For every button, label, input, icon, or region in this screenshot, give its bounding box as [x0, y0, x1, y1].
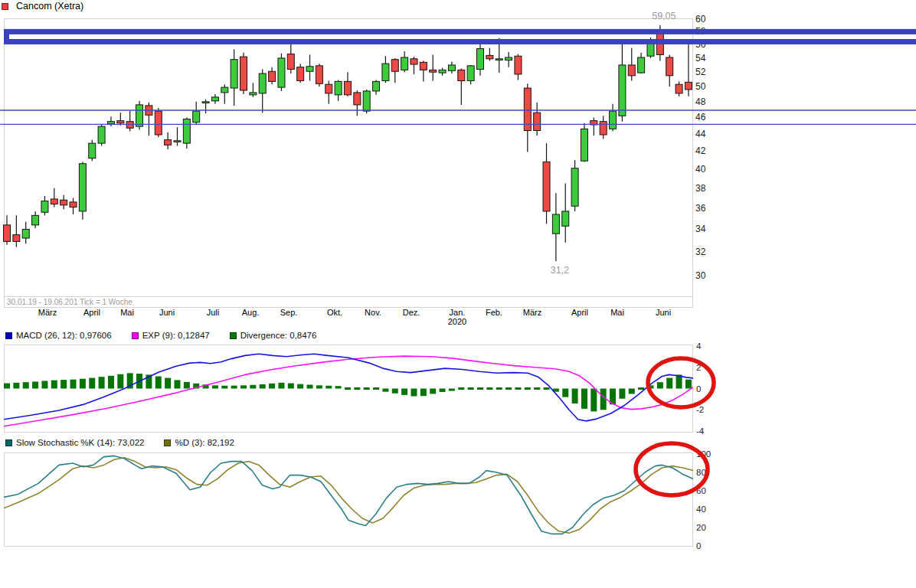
divergence-bar [392, 389, 398, 394]
page-title: Cancom (Xetra) [16, 1, 83, 11]
candle[interactable] [89, 140, 96, 162]
divergence-bar [297, 384, 303, 389]
divergence-bar [316, 385, 322, 388]
price-y-tick-label: 42 [695, 145, 706, 156]
candle-body-up [22, 229, 29, 238]
candle-body-up [448, 65, 455, 70]
candle-body-down [165, 140, 172, 145]
candle-body-up [202, 102, 209, 103]
instrument-marker-icon [2, 3, 8, 10]
divergence-bar [307, 384, 313, 388]
candle-body-down [628, 65, 635, 76]
stochastic-y-tick-label: 40 [696, 505, 706, 514]
candle[interactable] [136, 101, 143, 130]
candle[interactable] [316, 64, 322, 87]
candle[interactable] [155, 108, 162, 137]
divergence-bar [685, 380, 692, 389]
year-label: 2020 [448, 317, 466, 326]
price-y-tick-label: 44 [695, 129, 706, 139]
candle-body-up [581, 129, 587, 161]
candle-body-down [155, 111, 162, 135]
month-label: April [83, 308, 100, 317]
price-x-axis: MärzAprilMaiJuniJuliAug.Sep.Okt.Nov.Dez.… [38, 308, 671, 326]
candle-body-up [32, 215, 39, 224]
macd-y-tick-label: -4 [696, 426, 705, 436]
month-label: Juni [159, 308, 175, 317]
candle-body-up [278, 58, 285, 87]
macd-legend: MACD (26, 12): 0,97606 EXP (9): 0,12847 … [5, 331, 316, 340]
divergence-bar [581, 389, 587, 409]
divergence-bar [619, 389, 625, 399]
divergence-bar [430, 389, 436, 394]
candle[interactable] [581, 123, 587, 162]
macd-series-swatch-icon [5, 332, 12, 339]
divergence-bar [364, 387, 370, 390]
candle-body-up [335, 81, 342, 94]
stochastic-legend: Slow Stochastic %K (14): 73,022 %D (3): … [5, 438, 234, 447]
month-label: Juni [656, 308, 671, 317]
candle-body-down [534, 113, 541, 130]
candle-body-up [467, 66, 474, 81]
divergence-bar [440, 389, 446, 392]
candle-body-up [571, 168, 578, 206]
stochastic-k-legend-item: Slow Stochastic %K (14): 73,022 [5, 438, 144, 447]
stochastic-y-tick-label: 0 [696, 541, 701, 550]
chart-canvas[interactable]: 60585654525048464442403836343230MärzApri… [0, 0, 916, 588]
candle-body-up [231, 60, 237, 88]
divergence-bar [354, 387, 360, 390]
month-label: Aug. [242, 308, 260, 317]
stochastic-plot-area[interactable] [5, 453, 693, 547]
candle-body-down [411, 59, 417, 64]
divergence-series-swatch-icon [230, 332, 237, 339]
candle-body-up [401, 57, 408, 70]
month-label: Feb. [486, 308, 502, 317]
divergence-bar [382, 389, 388, 392]
divergence-bar [89, 378, 95, 389]
price-y-tick-label: 32 [695, 247, 706, 257]
candle[interactable] [98, 124, 105, 146]
month-label: April [571, 308, 588, 317]
price-plot-area[interactable] [5, 19, 693, 308]
candle[interactable] [79, 162, 86, 219]
divergence-bar [345, 387, 351, 390]
divergence-bar [326, 386, 332, 389]
candle-body-down [13, 235, 20, 242]
candle-body-up [552, 214, 559, 234]
month-label: Mai [610, 308, 624, 317]
divergence-bar [4, 384, 10, 389]
candle-body-up [610, 111, 617, 129]
candle-body-down [486, 55, 493, 58]
candle-body-up [505, 57, 512, 60]
candle-body-down [600, 122, 607, 135]
month-label: Jan. [450, 308, 466, 317]
divergence-bar [13, 383, 19, 389]
divergence-legend-label: Divergence: 0,8476 [240, 331, 317, 340]
candle-body-down [326, 84, 332, 93]
candle-body-down [316, 66, 322, 83]
divergence-bar [288, 384, 294, 389]
exp-series-swatch-icon [132, 332, 139, 339]
chart-title-row: Cancom (Xetra) [2, 1, 83, 11]
macd-legend-label: MACD (26, 12): 0,97606 [16, 331, 112, 340]
divergence-bar [590, 389, 597, 412]
candle-body-up [41, 201, 48, 213]
divergence-bar [61, 380, 67, 388]
candle[interactable] [278, 54, 285, 91]
divergence-bar [505, 387, 512, 390]
divergence-bar [80, 379, 86, 389]
candle-body-down [4, 225, 11, 242]
stochastic-d-legend-item: %D (3): 82,192 [164, 438, 234, 447]
candle-body-up [211, 97, 218, 101]
macd-y-tick-label: 0 [696, 384, 701, 394]
divergence-bar [221, 386, 227, 389]
divergence-bar [572, 389, 578, 403]
candle-body-down [240, 57, 247, 90]
divergence-bar [260, 384, 266, 389]
macd-y-tick-label: 4 [696, 341, 702, 351]
candle-body-down [430, 70, 437, 72]
divergence-bar [240, 385, 247, 388]
candle-body-down [70, 202, 77, 207]
candle[interactable] [240, 53, 247, 94]
candle-body-up [477, 49, 484, 70]
month-label: Dez. [403, 308, 420, 317]
